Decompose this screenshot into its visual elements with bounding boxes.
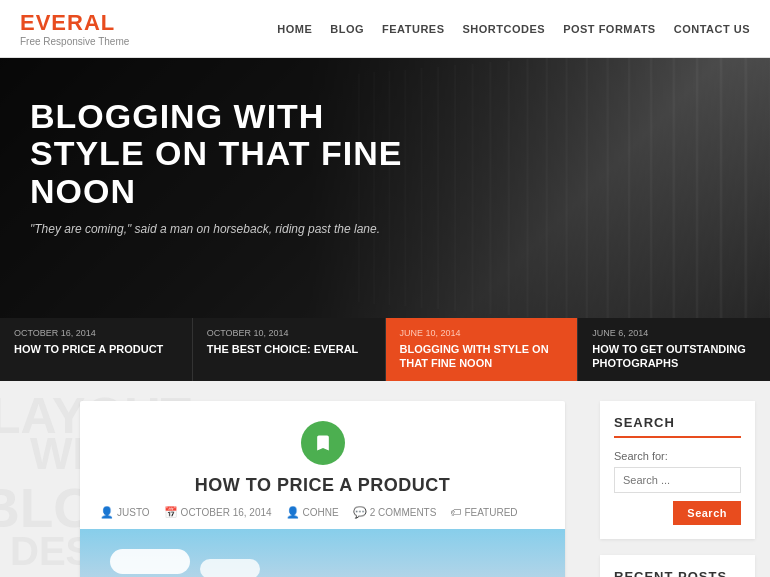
header: EVERAL Free Responsive Theme HOME BLOG F… [0, 0, 770, 58]
search-widget: SEARCH Search for: Search [600, 401, 755, 539]
recent-posts-title: RECENT POSTS [614, 569, 741, 577]
search-label: Search for: [614, 450, 741, 462]
article-card: HOW TO PRICE A PRODUCT 👤 JUSTO 📅 OCTOBER… [80, 401, 565, 577]
slider-item-0[interactable]: OCTOBER 16, 2014 HOW TO PRICE A PRODUCT [0, 318, 193, 381]
author-icon: 👤 [100, 506, 114, 519]
slider-item-3[interactable]: JUNE 6, 2014 HOW TO GET OUTSTANDING PHOT… [578, 318, 770, 381]
slider-item-1[interactable]: OCTOBER 10, 2014 THE BEST CHOICE: EVERAL [193, 318, 386, 381]
thumb-title-0: HOW TO PRICE A PRODUCT [14, 342, 178, 356]
meta-comments: 💬 2 COMMENTS [353, 506, 437, 519]
main-area: LAYOUT WEB BLOG+ DESIGN INFORMATION HOW … [0, 381, 770, 577]
hero-banner: BLOGGING WITH STYLE ON THAT FINE NOON "T… [0, 58, 770, 318]
hero-subtitle: "They are coming," said a man on horseba… [30, 222, 410, 236]
nav-home[interactable]: HOME [277, 23, 312, 35]
slider-item-2[interactable]: JUNE 10, 2014 BLOGGING WITH STYLE ON THA… [386, 318, 579, 381]
article-featured-image [80, 529, 565, 577]
comments-icon: 💬 [353, 506, 367, 519]
tag-icon: 🏷 [450, 506, 461, 518]
search-widget-title: SEARCH [614, 415, 741, 438]
cohne-icon: 👤 [286, 506, 300, 519]
nav-contact[interactable]: CONTACT US [674, 23, 750, 35]
article-title[interactable]: HOW TO PRICE A PRODUCT [195, 475, 450, 496]
meta-cohne: 👤 COHNE [286, 506, 339, 519]
search-row: Search [614, 501, 741, 525]
meta-tag-value: FEATURED [464, 507, 517, 518]
article-header: HOW TO PRICE A PRODUCT [80, 401, 565, 506]
meta-date-value: OCTOBER 16, 2014 [181, 507, 272, 518]
thumb-date-2: JUNE 10, 2014 [400, 328, 564, 338]
hero-title: BLOGGING WITH STYLE ON THAT FINE NOON [30, 98, 430, 210]
logo-text: EVERAL [20, 10, 129, 36]
nav-shortcodes[interactable]: SHORTCODES [463, 23, 546, 35]
hero-content: BLOGGING WITH STYLE ON THAT FINE NOON "T… [0, 58, 770, 256]
content-area: LAYOUT WEB BLOG+ DESIGN INFORMATION HOW … [0, 381, 585, 577]
thumb-title-3: HOW TO GET OUTSTANDING PHOTOGRAPHS [592, 342, 756, 371]
recent-posts-widget: RECENT POSTS How to Price a Product The … [600, 555, 755, 577]
meta-comments-value: 2 COMMENTS [370, 507, 437, 518]
slider-thumbnails: OCTOBER 16, 2014 HOW TO PRICE A PRODUCT … [0, 318, 770, 381]
article-type-icon [301, 421, 345, 465]
logo-tagline: Free Responsive Theme [20, 36, 129, 47]
thumb-date-1: OCTOBER 10, 2014 [207, 328, 371, 338]
meta-author: 👤 JUSTO [100, 506, 150, 519]
date-icon: 📅 [164, 506, 178, 519]
meta-tag: 🏷 FEATURED [450, 506, 517, 518]
nav-blog[interactable]: BLOG [330, 23, 364, 35]
article-meta: 👤 JUSTO 📅 OCTOBER 16, 2014 👤 COHNE 💬 2 C… [80, 506, 565, 529]
meta-cohne-value: COHNE [303, 507, 339, 518]
search-input[interactable] [614, 467, 741, 493]
main-nav: HOME BLOG FEATURES SHORTCODES POST FORMA… [277, 23, 750, 35]
thumb-date-0: OCTOBER 16, 2014 [14, 328, 178, 338]
cloud-decoration-2 [200, 559, 260, 577]
cloud-decoration-1 [110, 549, 190, 574]
meta-date: 📅 OCTOBER 16, 2014 [164, 506, 272, 519]
thumb-date-3: JUNE 6, 2014 [592, 328, 756, 338]
bookmark-icon [313, 433, 333, 453]
meta-author-value: JUSTO [117, 507, 150, 518]
search-button[interactable]: Search [673, 501, 741, 525]
nav-post-formats[interactable]: POST FORMATS [563, 23, 656, 35]
logo[interactable]: EVERAL Free Responsive Theme [20, 10, 129, 47]
nav-features[interactable]: FEATURES [382, 23, 444, 35]
thumb-title-2: BLOGGING WITH STYLE ON THAT FINE NOON [400, 342, 564, 371]
thumb-title-1: THE BEST CHOICE: EVERAL [207, 342, 371, 356]
sidebar: SEARCH Search for: Search RECENT POSTS H… [585, 381, 770, 577]
